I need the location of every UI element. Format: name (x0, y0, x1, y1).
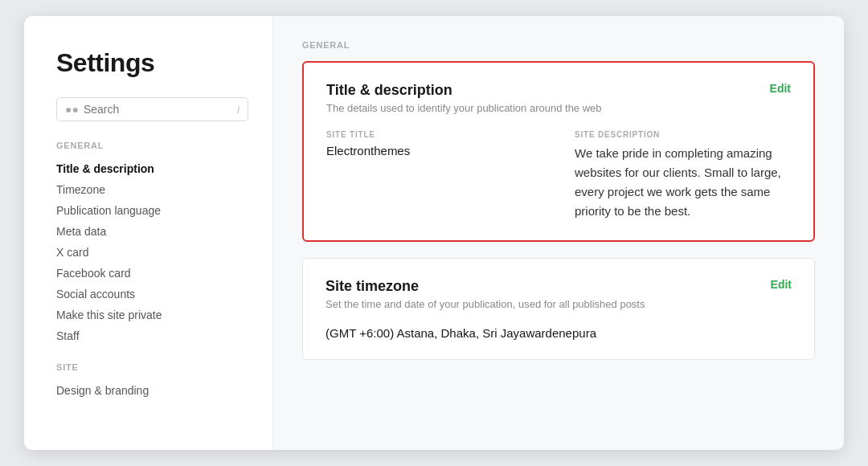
site-title-field: SITE TITLE Electronthemes (326, 130, 542, 221)
nav-general-section: GENERAL Title & description Timezone Pub… (56, 141, 248, 346)
card2-header: Site timezone Edit (326, 278, 792, 295)
site-description-label: SITE DESCRIPTION (575, 130, 791, 139)
settings-window: Settings ●● i GENERAL Title & descriptio… (24, 16, 844, 450)
sidebar-item-x-card[interactable]: X card (56, 242, 248, 263)
site-title-label: SITE TITLE (326, 130, 542, 139)
main-section-label: GENERAL (302, 40, 815, 50)
main-content: GENERAL Title & description Edit The det… (273, 16, 844, 450)
card2-edit-button[interactable]: Edit (771, 278, 792, 291)
card1-fields: SITE TITLE Electronthemes SITE DESCRIPTI… (326, 130, 791, 221)
card1-subtitle: The details used to identify your public… (326, 102, 791, 114)
sidebar-item-timezone[interactable]: Timezone (56, 179, 248, 200)
site-description-value: We take pride in completing amazing webs… (575, 144, 791, 221)
card2-subtitle: Set the time and date of your publicatio… (326, 298, 792, 310)
site-section-label: SITE (56, 362, 248, 372)
page-title: Settings (56, 48, 248, 78)
sidebar-item-design-branding[interactable]: Design & branding (56, 380, 248, 401)
search-box[interactable]: ●● i (56, 97, 248, 121)
sidebar-item-meta-data[interactable]: Meta data (56, 221, 248, 242)
sidebar-item-staff[interactable]: Staff (56, 325, 248, 346)
sidebar-item-social-accounts[interactable]: Social accounts (56, 284, 248, 305)
card1-header: Title & description Edit (326, 82, 791, 99)
site-description-field: SITE DESCRIPTION We take pride in comple… (575, 130, 791, 221)
sidebar-item-title-description[interactable]: Title & description (56, 158, 248, 179)
general-section-label: GENERAL (56, 141, 248, 150)
card1-edit-button[interactable]: Edit (770, 82, 791, 95)
card2-title: Site timezone (326, 278, 419, 295)
search-info-badge: i (237, 104, 240, 116)
search-input[interactable] (84, 103, 237, 116)
timezone-value: (GMT +6:00) Astana, Dhaka, Sri Jayawarde… (326, 326, 792, 340)
site-timezone-card: Site timezone Edit Set the time and date… (302, 258, 815, 360)
search-icon: ●● (65, 103, 79, 116)
site-title-value: Electronthemes (326, 144, 542, 157)
sidebar-item-make-private[interactable]: Make this site private (56, 305, 248, 325)
title-description-card: Title & description Edit The details use… (302, 61, 815, 242)
card1-title: Title & description (326, 82, 452, 99)
sidebar-item-facebook-card[interactable]: Facebook card (56, 263, 248, 284)
sidebar: Settings ●● i GENERAL Title & descriptio… (24, 16, 273, 450)
nav-site-section: SITE Design & branding (56, 362, 248, 401)
sidebar-item-publication-language[interactable]: Publication language (56, 200, 248, 221)
